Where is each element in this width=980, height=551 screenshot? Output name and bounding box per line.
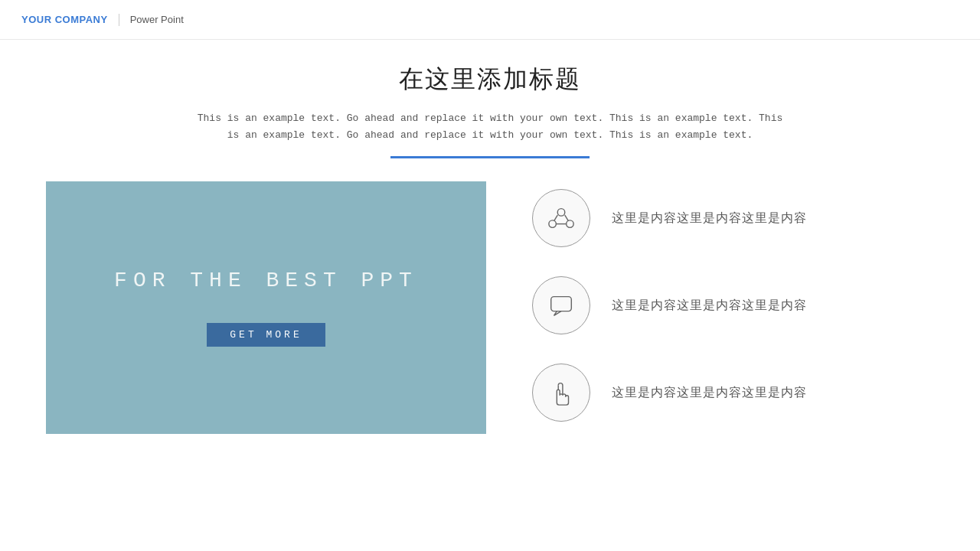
list-item-text-2: 这里是内容这里是内容这里是内容: [612, 298, 807, 314]
header: YOUR COMPANY Power Point: [0, 0, 980, 40]
svg-point-0: [557, 209, 565, 217]
chat-icon-circle: [532, 276, 590, 334]
people-icon-circle: [532, 189, 590, 247]
list-item: 这里是内容这里是内容这里是内容: [532, 364, 934, 422]
main-content: 在这里添加标题 This is an example text. Go ahea…: [0, 40, 980, 449]
hand-icon-circle: [532, 364, 590, 422]
card-title: FOR THE BEST PPT: [114, 269, 418, 292]
subtitle-text: This is an example text. Go ahead and re…: [46, 110, 934, 144]
list-item-text-1: 这里是内容这里是内容这里是内容: [612, 210, 807, 227]
title-underline: [390, 156, 590, 158]
chat-icon: [547, 291, 576, 320]
list-item: 这里是内容这里是内容这里是内容: [532, 189, 934, 247]
title-section: 在这里添加标题 This is an example text. Go ahea…: [46, 63, 934, 158]
get-more-button[interactable]: GET MORE: [207, 323, 325, 347]
main-title: 在这里添加标题: [46, 63, 934, 96]
svg-line-3: [554, 215, 558, 221]
list-item: 这里是内容这里是内容这里是内容: [532, 276, 934, 334]
right-list: 这里是内容这里是内容这里是内容 这里是内容这里是内容这里是内容: [532, 181, 934, 422]
company-name: YOUR COMPANY: [21, 14, 108, 25]
svg-point-1: [549, 220, 557, 228]
header-subtitle: Power Point: [130, 14, 184, 25]
header-divider: [119, 14, 119, 26]
svg-rect-6: [551, 297, 572, 311]
svg-point-2: [567, 220, 574, 228]
svg-line-4: [565, 215, 569, 221]
content-area: FOR THE BEST PPT GET MORE: [46, 181, 934, 434]
left-card: FOR THE BEST PPT GET MORE: [46, 181, 486, 434]
hand-icon: [547, 378, 576, 407]
people-icon: [547, 204, 576, 233]
list-item-text-3: 这里是内容这里是内容这里是内容: [612, 385, 807, 401]
